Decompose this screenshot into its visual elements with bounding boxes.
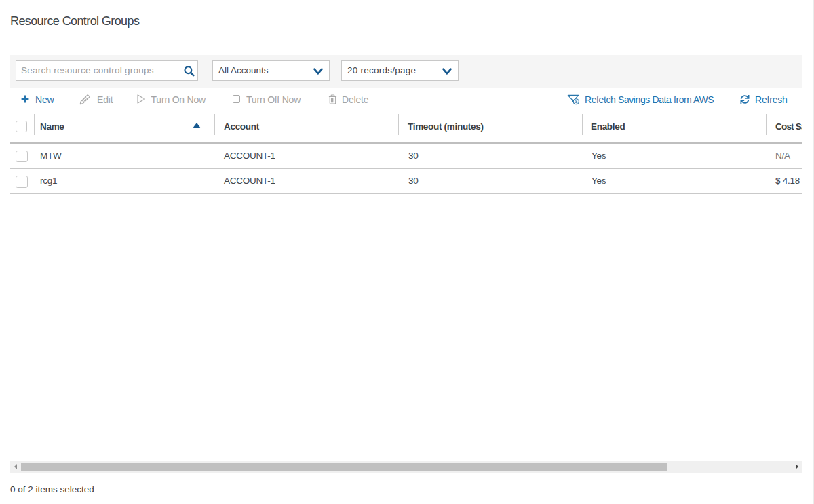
svg-text:$: $ — [575, 99, 577, 104]
